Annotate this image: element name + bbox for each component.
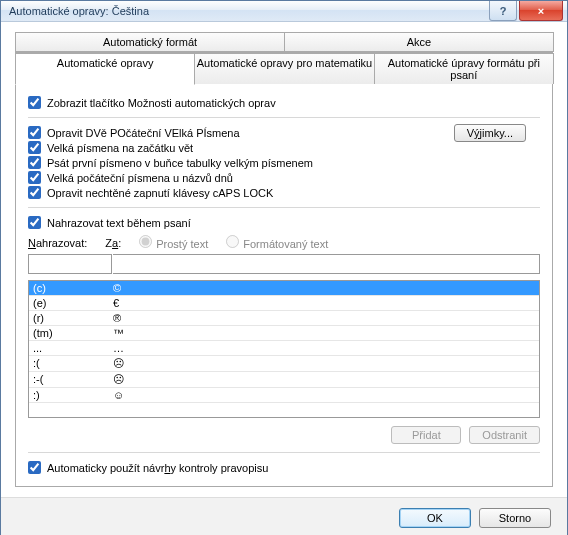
help-icon: ? <box>500 5 507 17</box>
tab-label: Automatický formát <box>103 36 197 48</box>
checkbox-label: Velká písmena na začátku vět <box>47 142 193 154</box>
checkbox-label: Opravit nechtěné zapnutí klávesy cAPS LO… <box>47 187 273 199</box>
checkbox-label: Velká počáteční písmena u názvů dnů <box>47 172 233 184</box>
help-button[interactable]: ? <box>489 1 517 21</box>
dialog-footer: OK Storno <box>1 497 567 535</box>
tab-panel: Zobrazit tlačítko Možnosti automatických… <box>15 84 553 487</box>
cancel-button[interactable]: Storno <box>479 508 551 528</box>
titlebar: Automatické opravy: Čeština ? × <box>1 1 567 22</box>
tab-label: Automatické opravy <box>57 57 154 69</box>
tab-autocorrect[interactable]: Automatické opravy <box>15 53 195 85</box>
list-item[interactable]: (r)® <box>29 311 539 326</box>
tab-row-lower: Automatické opravy Automatické opravy pr… <box>15 53 553 84</box>
list-from: (r) <box>33 312 113 324</box>
checkbox[interactable] <box>28 126 41 139</box>
window-buttons: ? × <box>489 1 567 21</box>
list-to: … <box>113 342 535 354</box>
list-from: :( <box>33 357 113 370</box>
replace-inputs <box>28 254 540 274</box>
check-capitalize-days[interactable]: Velká počáteční písmena u názvů dnů <box>28 171 540 184</box>
list-to: ® <box>113 312 535 324</box>
radio[interactable] <box>139 235 152 248</box>
check-capitalize-table-cells[interactable]: Psát první písmeno v buňce tabulky velký… <box>28 156 540 169</box>
replace-input[interactable] <box>28 254 112 274</box>
with-label: Za: <box>105 237 121 249</box>
button-label: Odstranit <box>482 429 527 441</box>
ok-button[interactable]: OK <box>399 508 471 528</box>
with-input[interactable] <box>113 254 540 274</box>
exceptions-button[interactable]: Výjimky... <box>454 124 526 142</box>
list-to: ☹ <box>113 357 535 370</box>
tab-row-upper: Automatický formát Akce <box>15 32 553 53</box>
replace-with-row: Nahrazovat: Za: Prostý text Formátovaný … <box>28 235 540 250</box>
checkbox-label: Automaticky použít návrhy kontroly pravo… <box>47 462 268 474</box>
list-to: ☺ <box>113 389 535 401</box>
separator <box>28 207 540 208</box>
checkbox[interactable] <box>28 171 41 184</box>
add-button[interactable]: Přidat <box>391 426 461 444</box>
check-show-button[interactable]: Zobrazit tlačítko Možnosti automatických… <box>28 96 540 109</box>
delete-button[interactable]: Odstranit <box>469 426 540 444</box>
separator <box>28 117 540 118</box>
tab-math-autocorrect[interactable]: Automatické opravy pro matematiku <box>194 53 374 84</box>
close-icon: × <box>538 5 544 17</box>
button-label: Storno <box>499 512 531 524</box>
checkbox[interactable] <box>28 156 41 169</box>
checkbox-label: Zobrazit tlačítko Možnosti automatických… <box>47 97 276 109</box>
list-item[interactable]: ...… <box>29 341 539 356</box>
tab-label: Akce <box>407 36 431 48</box>
checkbox[interactable] <box>28 216 41 229</box>
separator <box>28 452 540 453</box>
checkbox-label: Opravit DVě POčáteční VElká PÍsmena <box>47 127 240 139</box>
radio-label: Formátovaný text <box>243 238 328 250</box>
close-button[interactable]: × <box>519 1 563 21</box>
button-label: Přidat <box>412 429 441 441</box>
checkbox[interactable] <box>28 96 41 109</box>
list-to: € <box>113 297 535 309</box>
tab-autoformat-typing[interactable]: Automatické úpravy formátu při psaní <box>374 53 554 84</box>
list-from: ... <box>33 342 113 354</box>
list-item[interactable]: :)☺ <box>29 388 539 403</box>
list-from: (c) <box>33 282 113 294</box>
list-item[interactable]: (e)€ <box>29 296 539 311</box>
button-label: Výjimky... <box>467 127 513 139</box>
list-item[interactable]: (c)© <box>29 281 539 296</box>
check-correct-capslock[interactable]: Opravit nechtěné zapnutí klávesy cAPS LO… <box>28 186 540 199</box>
list-to: ™ <box>113 327 535 339</box>
button-label: OK <box>427 512 443 524</box>
list-to: ☹ <box>113 373 535 386</box>
list-from: :-( <box>33 373 113 386</box>
list-from: (tm) <box>33 327 113 339</box>
checkbox-label: Psát první písmeno v buňce tabulky velký… <box>47 157 313 169</box>
replace-label: Nahrazovat: <box>28 237 87 249</box>
checkbox[interactable] <box>28 186 41 199</box>
check-use-spellcheck-suggestions[interactable]: Automaticky použít návrhy kontroly pravo… <box>28 461 540 474</box>
client-area: Automatický formát Akce Automatické opra… <box>1 22 567 497</box>
list-item[interactable]: :(☹ <box>29 356 539 372</box>
list-item[interactable]: :-(☹ <box>29 372 539 388</box>
list-from: :) <box>33 389 113 401</box>
checkbox-label: Nahrazovat text během psaní <box>47 217 191 229</box>
window-title: Automatické opravy: Čeština <box>9 5 489 17</box>
list-to: © <box>113 282 535 294</box>
tab-autoformat[interactable]: Automatický formát <box>15 32 285 52</box>
radio-formatted-text[interactable]: Formátovaný text <box>226 235 328 250</box>
dialog-window: Automatické opravy: Čeština ? × Automati… <box>0 0 568 535</box>
replacements-list[interactable]: (c)©(e)€(r)®(tm)™...…:(☹:-(☹:)☺ <box>28 280 540 418</box>
check-replace-as-type[interactable]: Nahrazovat text během psaní <box>28 216 540 229</box>
check-capitalize-sentences[interactable]: Velká písmena na začátku vět <box>28 141 540 154</box>
caps-group: Výjimky... Opravit DVě POčáteční VElká P… <box>28 124 540 201</box>
list-buttons: Přidat Odstranit <box>28 426 540 444</box>
checkbox[interactable] <box>28 141 41 154</box>
radio[interactable] <box>226 235 239 248</box>
radio-label: Prostý text <box>156 238 208 250</box>
tab-label: Automatické opravy pro matematiku <box>197 57 372 69</box>
list-from: (e) <box>33 297 113 309</box>
list-item[interactable]: (tm)™ <box>29 326 539 341</box>
tab-actions[interactable]: Akce <box>284 32 554 52</box>
tab-label: Automatické úpravy formátu při psaní <box>388 57 540 81</box>
checkbox[interactable] <box>28 461 41 474</box>
radio-plain-text[interactable]: Prostý text <box>139 235 208 250</box>
